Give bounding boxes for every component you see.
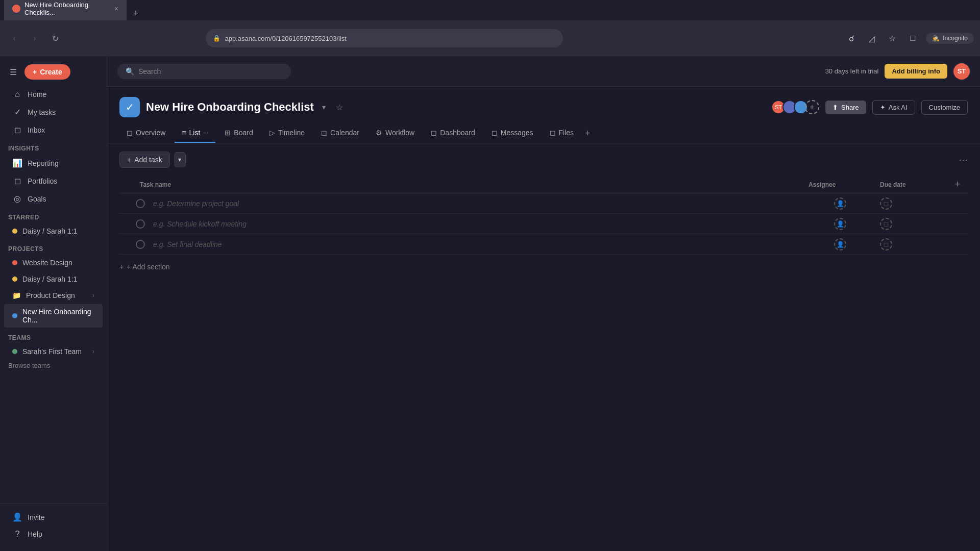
tab-messages[interactable]: ◻ Messages (484, 123, 541, 143)
share-icon: ⬆ (832, 104, 838, 111)
project-header-right: ST + ⬆ Share ✦ Ask AI Customize (771, 100, 968, 115)
search-bar[interactable]: 🔍 Search (117, 64, 291, 79)
tab-close-button[interactable]: × (114, 5, 118, 13)
project-star-icon[interactable]: ☆ (336, 103, 343, 112)
sidebar-item-portfolios[interactable]: ◻ Portfolios (4, 172, 103, 189)
sidebar-item-invite[interactable]: 👤 Invite (4, 509, 103, 525)
due-placeholder-icon-1: ◻ (880, 197, 892, 210)
assignee-placeholder-icon-2: 👤 (834, 218, 846, 230)
search-icon[interactable]: ☌ (844, 31, 859, 45)
tab-list[interactable]: ≡ List ··· (175, 123, 215, 143)
billing-button[interactable]: Add billing info (885, 64, 947, 79)
sidebar-item-goals[interactable]: ◎ Goals (4, 190, 103, 207)
task-due-3[interactable]: ◻ (876, 238, 947, 251)
portfolios-label: Portfolios (28, 177, 57, 185)
incognito-icon: 🕵 (932, 35, 940, 42)
due-placeholder-icon-3: ◻ (880, 238, 892, 251)
sidebar-item-inbox[interactable]: ◻ Inbox (4, 121, 103, 138)
browse-teams-link[interactable]: Browse teams (0, 360, 107, 371)
product-design-folder-icon: 📁 (12, 291, 21, 299)
add-member-button[interactable]: + (805, 100, 819, 114)
add-task-dropdown-button[interactable]: ▾ (174, 152, 186, 167)
forward-button[interactable]: › (27, 30, 43, 46)
ask-ai-button[interactable]: ✦ Ask AI (872, 100, 915, 115)
sidebar-item-sarahs-team[interactable]: Sarah's First Team › (4, 344, 103, 359)
sidebar-item-product-design[interactable]: 📁 Product Design › (4, 288, 103, 303)
sidebar-item-help[interactable]: ? Help (4, 526, 103, 542)
add-task-button[interactable]: + Add task (119, 152, 170, 168)
create-button[interactable]: + Create (24, 64, 70, 80)
customize-button[interactable]: Customize (921, 100, 968, 115)
reporting-icon: 📊 (12, 158, 22, 168)
sidebar-item-new-hire[interactable]: New Hire Onboarding Ch... (4, 304, 103, 328)
app-header: 🔍 Search 30 days left in trial Add billi… (107, 56, 980, 87)
tab-overview[interactable]: ◻ Overview (119, 123, 173, 143)
add-section-plus-icon: + (119, 263, 124, 271)
dashboard-icon: ◻ (431, 129, 437, 137)
sarahs-team-arrow-icon: › (92, 348, 94, 355)
sidebar-item-my-tasks[interactable]: ✓ My tasks (4, 104, 103, 120)
add-task-label: Add task (134, 156, 162, 164)
sidebar-menu-button[interactable]: ☰ (6, 65, 20, 79)
active-tab[interactable]: New Hire Onboarding Checklis... × (4, 0, 127, 20)
tab-workflow[interactable]: ⚙ Workflow (369, 123, 422, 143)
task-name-3[interactable]: e.g. Set final deadline (149, 240, 804, 248)
tab-dashboard[interactable]: ◻ Dashboard (424, 123, 482, 143)
sidebar-item-daisy-sarah-starred[interactable]: Daisy / Sarah 1:1 (4, 223, 103, 239)
messages-label: Messages (501, 129, 533, 137)
sidebar-item-home[interactable]: ⌂ Home (4, 86, 103, 103)
project-title: New Hire Onboarding Checklist (146, 101, 314, 114)
sidebar-item-daisy-sarah-project[interactable]: Daisy / Sarah 1:1 (4, 271, 103, 287)
workflow-icon: ⚙ (376, 129, 382, 137)
goals-label: Goals (28, 195, 46, 203)
assignee-placeholder-icon-1: 👤 (834, 197, 846, 210)
reload-button[interactable]: ↻ (47, 30, 63, 46)
share-button[interactable]: ⬆ Share (825, 101, 866, 114)
board-icon: ⊞ (225, 129, 231, 137)
starred-section-header: Starred (0, 208, 107, 223)
task-assignee-1[interactable]: 👤 (804, 197, 876, 210)
add-tab-button[interactable]: + (585, 128, 591, 139)
split-view-icon[interactable]: □ (905, 31, 920, 45)
task-assignee-2[interactable]: 👤 (804, 218, 876, 230)
tab-calendar[interactable]: ◻ Calendar (314, 123, 366, 143)
extensions-icon[interactable]: ◿ (865, 31, 879, 45)
tab-timeline[interactable]: ▷ Timeline (262, 123, 312, 143)
workflow-label: Workflow (385, 129, 414, 137)
bookmark-icon[interactable]: ☆ (885, 31, 899, 45)
project-header: ✓ New Hire Onboarding Checklist ▾ ☆ ST +… (107, 87, 980, 117)
inbox-icon: ◻ (12, 125, 22, 135)
project-title-chevron-icon[interactable]: ▾ (322, 103, 326, 111)
tab-files[interactable]: ◻ Files (543, 123, 581, 143)
projects-section-header: Projects (0, 239, 107, 255)
assignee-placeholder-icon-3: 👤 (834, 238, 846, 251)
address-bar[interactable]: 🔒 app.asana.com/0/1206165972552103/list (206, 29, 563, 47)
task-name-1[interactable]: e.g. Determine project goal (149, 199, 804, 208)
task-due-2[interactable]: ◻ (876, 218, 947, 230)
new-tab-button[interactable]: + (129, 6, 143, 20)
task-checkbox-3[interactable] (136, 240, 145, 249)
toolbar-overflow-button[interactable]: ⋯ (959, 154, 968, 165)
list-icon: ≡ (182, 129, 186, 137)
task-checkbox-1[interactable] (136, 199, 145, 208)
new-hire-dot (12, 313, 17, 318)
task-due-1[interactable]: ◻ (876, 197, 947, 210)
col-add-button[interactable]: + (947, 179, 968, 190)
tab-board[interactable]: ⊞ Board (217, 123, 260, 143)
task-checkbox-2[interactable] (136, 219, 145, 229)
help-label: Help (28, 530, 42, 538)
user-avatar[interactable]: ST (953, 63, 970, 80)
task-name-2[interactable]: e.g. Schedule kickoff meeting (149, 220, 804, 228)
back-button[interactable]: ‹ (6, 30, 22, 46)
project-area: ✓ New Hire Onboarding Checklist ▾ ☆ ST +… (107, 87, 980, 551)
website-design-dot (12, 260, 17, 265)
add-section-label: + Add section (127, 263, 169, 271)
list-tab-more-icon[interactable]: ··· (203, 129, 208, 136)
task-assignee-3[interactable]: 👤 (804, 238, 876, 251)
sidebar-item-website-design[interactable]: Website Design (4, 255, 103, 270)
add-section-button[interactable]: + + Add section (119, 259, 968, 275)
sidebar-item-reporting[interactable]: 📊 Reporting (4, 155, 103, 171)
due-placeholder-icon-2: ◻ (880, 218, 892, 230)
website-design-label: Website Design (22, 259, 72, 267)
overview-icon: ◻ (127, 129, 133, 137)
